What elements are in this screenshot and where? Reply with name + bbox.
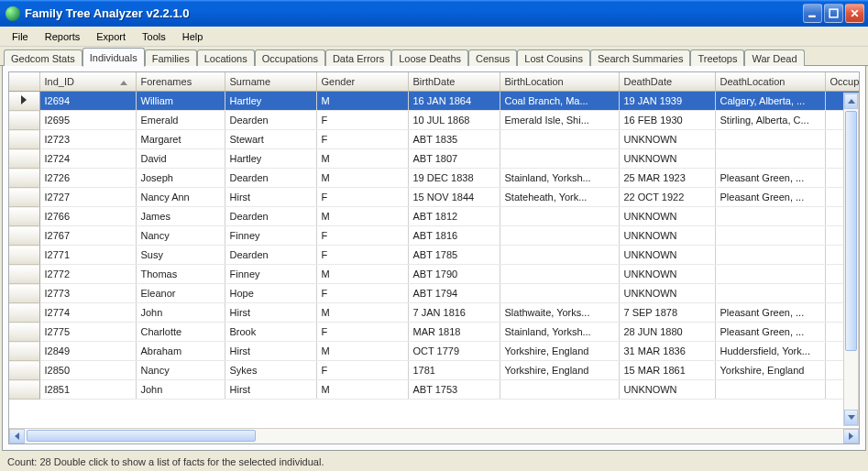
cell-dd[interactable]: 22 OCT 1922: [619, 188, 715, 207]
table-row[interactable]: I2772ThomasFinneyMABT 1790UNKNOWN: [9, 265, 860, 284]
col-deathlocation[interactable]: DeathLocation: [715, 72, 825, 92]
row-header[interactable]: [9, 169, 39, 188]
cell-bd[interactable]: ABT 1794: [408, 284, 500, 303]
cell-id[interactable]: I2771: [39, 246, 136, 265]
col-ind_id[interactable]: Ind_ID: [39, 72, 136, 92]
cell-dl[interactable]: [715, 149, 825, 169]
cell-bd[interactable]: ABT 1785: [408, 246, 500, 265]
row-header[interactable]: [9, 323, 39, 342]
tab-lost-cousins[interactable]: Lost Cousins: [517, 49, 590, 66]
cell-id[interactable]: I2766: [39, 207, 136, 226]
cell-dd[interactable]: 31 MAR 1836: [619, 342, 715, 361]
scroll-right-button[interactable]: [843, 429, 859, 444]
tab-search-summaries[interactable]: Search Summaries: [590, 49, 691, 66]
cell-dl[interactable]: Huddersfield, York...: [715, 342, 825, 361]
cell-dd[interactable]: UNKNOWN: [619, 284, 715, 303]
cell-fore[interactable]: James: [136, 207, 225, 226]
cell-dd[interactable]: 15 MAR 1861: [619, 361, 715, 380]
cell-dd[interactable]: UNKNOWN: [619, 380, 715, 400]
cell-sur[interactable]: Sykes: [225, 361, 316, 380]
cell-sur[interactable]: Finney: [225, 226, 316, 246]
tab-treetops[interactable]: Treetops: [690, 49, 744, 66]
cell-bl[interactable]: Stainland, Yorksh...: [500, 323, 619, 342]
table-row[interactable]: I2775CharlotteBrookFMAR 1818Stainland, Y…: [9, 323, 860, 342]
cell-dl[interactable]: [715, 246, 825, 265]
cell-dl[interactable]: Pleasant Green, ...: [715, 303, 825, 323]
scroll-up-button[interactable]: [844, 93, 858, 109]
row-header[interactable]: [9, 188, 39, 207]
row-header[interactable]: [9, 246, 39, 265]
cell-dd[interactable]: UNKNOWN: [619, 207, 715, 226]
cell-bd[interactable]: 15 NOV 1844: [408, 188, 500, 207]
table-row[interactable]: I2773EleanorHopeFABT 1794UNKNOWN: [9, 284, 860, 303]
cell-bd[interactable]: ABT 1807: [408, 149, 500, 169]
cell-fore[interactable]: John: [136, 380, 225, 400]
cell-dd[interactable]: 7 SEP 1878: [619, 303, 715, 323]
cell-dl[interactable]: [715, 265, 825, 284]
col-gender[interactable]: Gender: [316, 72, 408, 92]
cell-fore[interactable]: John: [136, 303, 225, 323]
table-row[interactable]: I2850NancySykesF1781Yorkshire, England15…: [9, 361, 860, 380]
table-row[interactable]: I2694WilliamHartleyM16 JAN 1864Coal Bran…: [9, 92, 860, 111]
row-header[interactable]: [9, 284, 39, 303]
row-header[interactable]: [9, 92, 39, 111]
cell-id[interactable]: I2773: [39, 284, 136, 303]
individuals-grid[interactable]: Ind_IDForenamesSurnameGenderBirthDateBir…: [8, 71, 860, 444]
table-row[interactable]: I2695EmeraldDeardenF10 JUL 1868Emerald I…: [9, 111, 860, 130]
cell-dd[interactable]: UNKNOWN: [619, 226, 715, 246]
cell-dl[interactable]: [715, 284, 825, 303]
vscroll-thumb[interactable]: [845, 111, 857, 351]
vertical-scrollbar[interactable]: [843, 93, 859, 426]
cell-g[interactable]: F: [316, 226, 408, 246]
cell-bd[interactable]: 1781: [408, 361, 500, 380]
cell-sur[interactable]: Hope: [225, 284, 316, 303]
tab-occupations[interactable]: Occupations: [255, 49, 325, 66]
cell-dd[interactable]: 28 JUN 1880: [619, 323, 715, 342]
cell-g[interactable]: M: [316, 342, 408, 361]
table-row[interactable]: I2849AbrahamHirstMOCT 1779Yorkshire, Eng…: [9, 342, 860, 361]
menu-tools[interactable]: Tools: [134, 28, 174, 45]
cell-g[interactable]: F: [316, 111, 408, 130]
cell-g[interactable]: F: [316, 361, 408, 380]
cell-bd[interactable]: 7 JAN 1816: [408, 303, 500, 323]
cell-bd[interactable]: ABT 1816: [408, 226, 500, 246]
cell-fore[interactable]: Thomas: [136, 265, 225, 284]
cell-sur[interactable]: Stewart: [225, 130, 316, 149]
cell-dl[interactable]: Calgary, Alberta, ...: [715, 92, 825, 111]
maximize-button[interactable]: [824, 4, 843, 23]
cell-id[interactable]: I2727: [39, 188, 136, 207]
col-forenames[interactable]: Forenames: [136, 72, 225, 92]
cell-dd[interactable]: UNKNOWN: [619, 246, 715, 265]
tab-locations[interactable]: Locations: [197, 49, 255, 66]
cell-bl[interactable]: [500, 380, 619, 400]
cell-fore[interactable]: Nancy: [136, 226, 225, 246]
cell-id[interactable]: I2772: [39, 265, 136, 284]
cell-bl[interactable]: [500, 246, 619, 265]
tab-war-dead[interactable]: War Dead: [744, 49, 804, 66]
table-row[interactable]: I2767NancyFinneyFABT 1816UNKNOWN: [9, 226, 860, 246]
cell-dd[interactable]: 19 JAN 1939: [619, 92, 715, 111]
col-deathdate[interactable]: DeathDate: [619, 72, 715, 92]
cell-id[interactable]: I2724: [39, 149, 136, 169]
col-occupation[interactable]: Occupation: [825, 72, 860, 92]
menu-export[interactable]: Export: [88, 28, 134, 45]
tab-loose-deaths[interactable]: Loose Deaths: [391, 49, 468, 66]
close-button[interactable]: [845, 4, 864, 23]
cell-bd[interactable]: 16 JAN 1864: [408, 92, 500, 111]
table-row[interactable]: I2771SusyDeardenFABT 1785UNKNOWN: [9, 246, 860, 265]
cell-sur[interactable]: Finney: [225, 265, 316, 284]
cell-fore[interactable]: Eleanor: [136, 284, 225, 303]
cell-sur[interactable]: Hirst: [225, 342, 316, 361]
cell-sur[interactable]: Hirst: [225, 380, 316, 400]
cell-sur[interactable]: Dearden: [225, 169, 316, 188]
col-birthlocation[interactable]: BirthLocation: [500, 72, 619, 92]
cell-bl[interactable]: Coal Branch, Ma...: [500, 92, 619, 111]
cell-id[interactable]: I2849: [39, 342, 136, 361]
cell-bl[interactable]: [500, 149, 619, 169]
cell-sur[interactable]: Dearden: [225, 207, 316, 226]
col-birthdate[interactable]: BirthDate: [408, 72, 500, 92]
cell-id[interactable]: I2726: [39, 169, 136, 188]
cell-id[interactable]: I2723: [39, 130, 136, 149]
cell-g[interactable]: M: [316, 303, 408, 323]
cell-id[interactable]: I2775: [39, 323, 136, 342]
